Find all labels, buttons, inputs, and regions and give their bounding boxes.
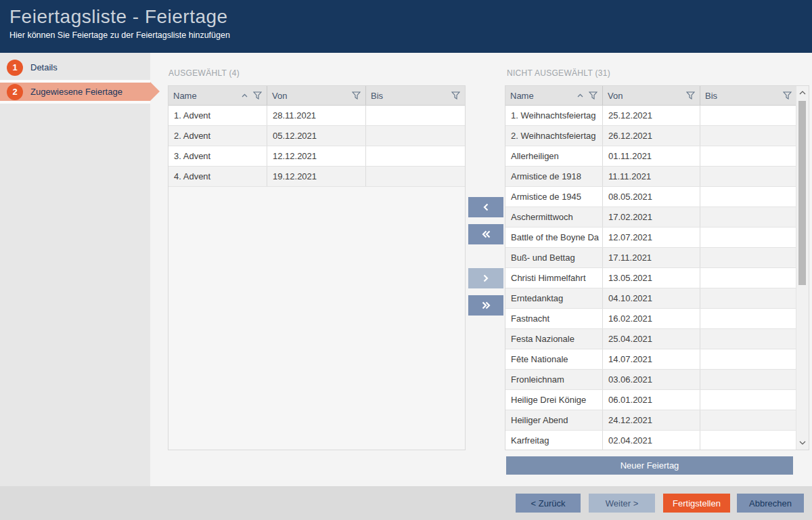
move-all-left-button[interactable] (468, 224, 503, 244)
unselected-table-body: 1. Weihnachtsfeiertag25.12.20212. Weihna… (505, 106, 796, 450)
table-row[interactable]: 2. Advent05.12.2021 (168, 126, 465, 146)
new-holiday-button[interactable]: Neuer Feiertag (506, 456, 793, 475)
active-step-arrow (150, 82, 160, 101)
cell-name: 1. Weihnachtsfeiertag (505, 106, 603, 125)
cell-name: 4. Advent (168, 167, 267, 186)
step-zugewiesene-feiertage[interactable]: 2 Zugewiesene Feiertage (0, 80, 150, 104)
scrollbar-thumb[interactable] (798, 101, 806, 285)
table-row[interactable]: 1. Advent28.11.2021 (168, 106, 465, 126)
cell-bis (700, 146, 796, 166)
cell-von: 19.12.2021 (267, 167, 366, 186)
filter-icon[interactable] (686, 91, 695, 100)
column-label: Name (510, 91, 534, 101)
step-2-label: Zugewiesene Feiertage (30, 87, 122, 97)
table-row[interactable]: Festa Nazionale25.04.2021 (505, 329, 796, 349)
cell-von: 11.11.2021 (603, 167, 700, 186)
cell-name: 1. Advent (168, 106, 267, 125)
next-button[interactable]: Weiter > (589, 494, 655, 513)
table-row[interactable]: Fronleichnam03.06.2021 (505, 370, 796, 390)
vertical-scrollbar[interactable] (796, 86, 809, 450)
cell-name: Erntedanktag (505, 288, 603, 308)
move-all-right-button[interactable] (468, 295, 503, 316)
table-row[interactable]: Armistice de 194508.05.2021 (505, 187, 796, 207)
column-header-name[interactable]: Name (505, 86, 603, 105)
table-row[interactable]: Armistice de 191811.11.2021 (505, 167, 796, 187)
cell-von: 08.05.2021 (603, 187, 700, 207)
table-header: Name Von Bis (168, 86, 465, 106)
unselected-holidays-table: Name Von Bis 1. Weihnachtsfeiertag25.12.… (505, 85, 809, 450)
table-row[interactable]: 4. Advent19.12.2021 (168, 167, 465, 187)
table-row[interactable]: Erntedanktag04.10.2021 (505, 288, 796, 309)
column-header-bis[interactable]: Bis (700, 86, 796, 105)
cell-von: 17.02.2021 (603, 207, 700, 227)
table-row[interactable]: Aschermittwoch17.02.2021 (505, 207, 796, 228)
footer-action-bar: < Zurück Weiter > Fertigstellen Abbreche… (0, 486, 812, 520)
cell-bis (700, 329, 796, 349)
back-button[interactable]: < Zurück (516, 494, 581, 513)
cancel-button[interactable]: Abbrechen (737, 494, 804, 513)
chevron-right-icon (482, 274, 490, 283)
cell-bis (366, 146, 465, 166)
cell-von: 12.12.2021 (267, 146, 366, 166)
table-row[interactable]: Christi Himmelfahrt13.05.2021 (505, 268, 796, 288)
filter-icon[interactable] (451, 91, 460, 100)
cell-von: 28.11.2021 (267, 106, 366, 125)
finish-button[interactable]: Fertigstellen (663, 494, 730, 513)
column-header-von[interactable]: Von (267, 86, 366, 105)
filter-icon[interactable] (352, 91, 361, 100)
step-details[interactable]: 1 Details (0, 57, 150, 78)
cell-name: 2. Advent (168, 126, 267, 146)
cell-name: Fête Nationale (505, 349, 603, 369)
filter-icon[interactable] (253, 91, 262, 100)
move-selected-left-button[interactable] (468, 197, 503, 217)
scroll-down-icon[interactable] (796, 437, 809, 448)
column-label: Von (272, 91, 287, 101)
table-row[interactable]: Heiliger Abend24.12.2021 (505, 410, 796, 431)
filter-icon[interactable] (783, 91, 792, 100)
cell-von: 16.02.2021 (603, 309, 700, 328)
cell-bis (700, 349, 796, 369)
dialog-header: Feiertagsliste - Feiertage Hier können S… (0, 0, 812, 53)
table-row[interactable]: Allerheiligen01.11.2021 (505, 146, 796, 167)
column-label: Bis (371, 91, 383, 101)
cell-bis (700, 288, 796, 308)
cell-name: Fronleichnam (505, 370, 603, 389)
column-header-von[interactable]: Von (603, 86, 700, 105)
filter-icon[interactable] (589, 91, 597, 100)
selected-table-body: 1. Advent28.11.20212. Advent05.12.20213.… (168, 106, 465, 187)
cell-bis (700, 268, 796, 288)
table-row[interactable]: Battle of the Boyne Da12.07.2021 (505, 228, 796, 248)
table-row[interactable]: Buß- und Bettag17.11.2021 (505, 248, 796, 268)
cell-bis (700, 187, 796, 207)
column-header-name[interactable]: Name (168, 86, 267, 105)
cell-bis (700, 126, 796, 146)
chevron-double-right-icon (480, 301, 492, 310)
holiday-list-wizard-dialog: Feiertagsliste - Feiertage Hier können S… (0, 0, 812, 520)
table-row[interactable]: 2. Weihnachtsfeiertag26.12.2021 (505, 126, 796, 146)
cell-name: Festa Nazionale (505, 329, 603, 349)
table-row[interactable]: Fête Nationale14.07.2021 (505, 349, 796, 370)
cell-bis (700, 106, 796, 125)
table-row[interactable]: Karfreitag02.04.2021 (505, 431, 796, 450)
cell-von: 06.01.2021 (603, 390, 700, 410)
cell-bis (700, 370, 796, 389)
column-label: Bis (705, 91, 717, 101)
table-row[interactable]: Heilige Drei Könige06.01.2021 (505, 390, 796, 410)
cell-von: 24.12.2021 (603, 410, 700, 430)
page-title: Feiertagsliste - Feiertage (9, 5, 812, 28)
cell-von: 05.12.2021 (267, 126, 366, 146)
table-row[interactable]: 3. Advent12.12.2021 (168, 146, 465, 167)
cell-name: Heilige Drei Könige (505, 390, 603, 410)
wizard-steps-sidebar: 1 Details 2 Zugewiesene Feiertage (0, 53, 150, 486)
step-1-badge: 1 (7, 60, 23, 76)
cell-name: 3. Advent (168, 146, 267, 166)
table-row[interactable]: Fastnacht16.02.2021 (505, 309, 796, 329)
scroll-up-icon[interactable] (796, 87, 809, 98)
sort-ascending-icon (242, 93, 248, 98)
move-selected-right-button[interactable] (468, 268, 503, 288)
table-row[interactable]: 1. Weihnachtsfeiertag25.12.2021 (505, 106, 796, 126)
column-header-bis[interactable]: Bis (366, 86, 465, 105)
selected-holidays-table: Name Von Bis 1. Advent28.11.20212. Adven… (168, 85, 466, 450)
cell-von: 17.11.2021 (603, 248, 700, 267)
cell-name: Battle of the Boyne Da (505, 228, 603, 247)
